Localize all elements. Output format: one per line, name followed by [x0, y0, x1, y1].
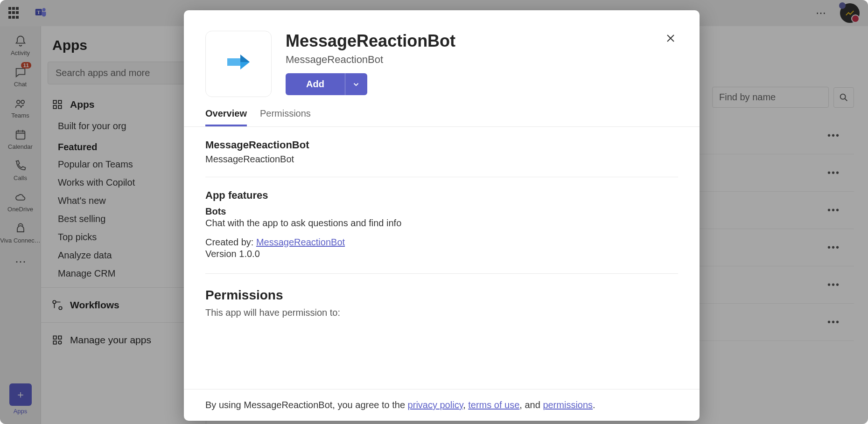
permissions-intro: This app will have permission to:	[205, 307, 678, 318]
privacy-link[interactable]: privacy policy	[408, 400, 463, 410]
tab-permissions[interactable]: Permissions	[260, 108, 311, 126]
bots-label: Bots	[205, 206, 678, 217]
overview-name: MessageReactionBot	[205, 139, 678, 151]
modal-tabs: Overview Permissions	[184, 102, 700, 127]
footer-sep2: , and	[519, 400, 543, 410]
app-detail-modal: MessageReactionBot MessageReactionBot Ad…	[184, 10, 700, 421]
terms-link[interactable]: terms of use	[468, 400, 519, 410]
permissions-link[interactable]: permissions	[543, 400, 593, 410]
footer-prefix: By using MessageReactionBot, you agree t…	[205, 400, 408, 410]
modal-footer: By using MessageReactionBot, you agree t…	[184, 389, 700, 421]
permissions-header: Permissions	[205, 288, 678, 303]
bots-desc: Chat with the app to ask questions and f…	[205, 218, 678, 229]
version-text: Version 1.0.0	[205, 249, 678, 259]
created-by-prefix: Created by:	[205, 237, 256, 247]
footer-suffix: .	[593, 400, 595, 410]
modal-body: MessageReactionBot MessageReactionBot Ap…	[184, 127, 700, 389]
modal-title: MessageReactionBot	[286, 31, 649, 51]
overview-desc: MessageReactionBot	[205, 154, 678, 165]
created-by-link[interactable]: MessageReactionBot	[256, 237, 345, 247]
close-button[interactable]	[663, 31, 678, 48]
chevron-down-icon	[352, 80, 360, 89]
close-icon	[665, 33, 676, 44]
add-button[interactable]: Add	[286, 73, 345, 95]
features-header: App features	[205, 189, 678, 202]
footer-sep1: ,	[463, 400, 468, 410]
modal-subtitle: MessageReactionBot	[286, 54, 649, 66]
app-icon	[205, 31, 272, 97]
created-by-line: Created by: MessageReactionBot	[205, 237, 678, 248]
tab-overview[interactable]: Overview	[205, 108, 247, 126]
add-split-button[interactable]	[345, 73, 367, 95]
